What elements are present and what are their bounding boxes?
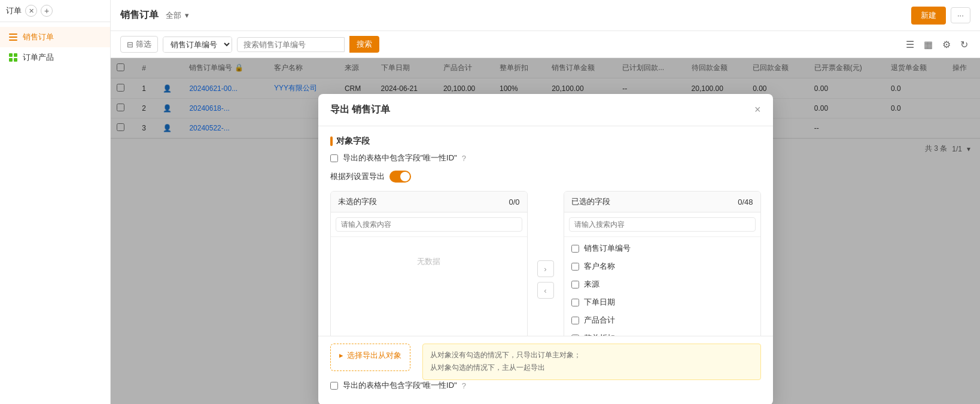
modal-body: 对象字段 导出的表格中包含字段"唯一性ID" ? 根据列设置导出 bbox=[318, 126, 773, 336]
sidebar-close-button[interactable]: ✕ bbox=[25, 5, 37, 17]
section-target-fields: 对象字段 bbox=[330, 136, 761, 147]
filter-field-select[interactable]: 销售订单编号 bbox=[163, 37, 232, 53]
unique-id-checkbox-bottom[interactable] bbox=[330, 382, 338, 390]
bottom-section: ▸ 选择导出从对象 从对象没有勾选的情况下，只导出订单主对象； 从对象勾选的情况… bbox=[318, 336, 773, 404]
modal-close-button[interactable]: × bbox=[754, 104, 761, 116]
list-icon bbox=[8, 32, 18, 42]
modal-header: 导出 销售订单 × bbox=[318, 94, 773, 126]
svg-rect-4 bbox=[14, 53, 17, 57]
search-button[interactable]: 搜索 bbox=[349, 36, 379, 53]
svg-rect-0 bbox=[9, 34, 17, 35]
list-item[interactable]: 下单日期 bbox=[564, 293, 760, 311]
transfer-right-button[interactable]: › bbox=[537, 260, 554, 277]
field-label: 产品合计 bbox=[584, 315, 615, 326]
list-view-button[interactable]: ☰ bbox=[903, 37, 917, 53]
sidebar-title: 订单 bbox=[6, 5, 22, 16]
new-button[interactable]: 新建 bbox=[911, 7, 946, 25]
list-item[interactable]: 整单折扣 bbox=[564, 329, 760, 336]
export-from-row: ▸ 选择导出从对象 从对象没有勾选的情况下，只导出订单主对象； 从对象勾选的情况… bbox=[330, 344, 761, 380]
help-icon-bottom: ? bbox=[462, 381, 466, 390]
selected-search-input[interactable] bbox=[569, 217, 756, 232]
column-export-toggle[interactable] bbox=[389, 171, 411, 183]
toolbar-view-controls: ☰ ▦ ⚙ ↻ bbox=[903, 37, 970, 53]
transfer-left-button[interactable]: ‹ bbox=[537, 282, 554, 299]
export-hint: 从对象没有勾选的情况下，只导出订单主对象； 从对象勾选的情况下，主从一起导出 bbox=[422, 344, 761, 380]
unselected-count: 0/0 bbox=[509, 198, 519, 206]
sidebar-nav: 销售订单 订单产品 bbox=[0, 22, 110, 72]
filter-label: 筛选 bbox=[136, 39, 151, 50]
unique-id-label: 导出的表格中包含字段"唯一性ID" bbox=[343, 153, 457, 163]
fields-transfer: 未选的字段 0/0 无数据 › ‹ bbox=[330, 191, 761, 336]
sidebar: 订单 ✕ + 销售订单 订单产品 bbox=[0, 0, 111, 404]
field-checkbox[interactable] bbox=[571, 317, 579, 324]
help-icon: ? bbox=[462, 154, 466, 163]
field-checkbox[interactable] bbox=[571, 245, 579, 253]
grid-icon bbox=[8, 53, 18, 62]
topbar-actions: 新建 ··· bbox=[911, 7, 970, 25]
unique-id-bottom-label: 导出的表格中包含字段"唯一性ID" bbox=[343, 380, 457, 391]
export-from-label: 选择导出从对象 bbox=[347, 350, 401, 361]
sidebar-header: 订单 ✕ + bbox=[0, 0, 110, 22]
unselected-search-input[interactable] bbox=[336, 217, 522, 232]
svg-rect-5 bbox=[9, 58, 13, 62]
list-item[interactable]: 客户名称 bbox=[564, 257, 760, 275]
selected-fields-col: 已选的字段 0/48 销售订单编号 bbox=[564, 191, 761, 336]
hint-line1: 从对象没有勾选的情况下，只导出订单主对象； bbox=[430, 349, 753, 362]
chevron-down-icon: ▾ bbox=[185, 11, 189, 20]
topbar-filter-dropdown[interactable]: 全部 ▾ bbox=[166, 10, 189, 21]
section-bar bbox=[330, 136, 333, 146]
list-item[interactable]: 产品合计 bbox=[564, 311, 760, 329]
field-checkbox[interactable] bbox=[571, 263, 579, 271]
svg-rect-3 bbox=[9, 53, 13, 57]
toolbar: ⊟ 筛选 销售订单编号 搜索 ☰ ▦ ⚙ ↻ bbox=[111, 31, 980, 58]
svg-rect-1 bbox=[9, 37, 17, 38]
list-item[interactable]: 销售订单编号 bbox=[564, 239, 760, 257]
sidebar-item-order-products[interactable]: 订单产品 bbox=[0, 47, 110, 68]
field-checkbox[interactable] bbox=[571, 281, 579, 288]
settings-button[interactable]: ⚙ bbox=[940, 37, 953, 53]
topbar: 销售订单 全部 ▾ 新建 ··· bbox=[111, 0, 980, 31]
table-wrapper: # 销售订单编号 🔒 客户名称 来源 下单日期 产品合计 整单折扣 销售订单金额… bbox=[111, 58, 980, 404]
chevron-right-icon: ▸ bbox=[339, 351, 343, 360]
topbar-title: 销售订单 bbox=[120, 9, 159, 22]
filter-button[interactable]: ⊟ 筛选 bbox=[120, 36, 158, 53]
grid-view-button[interactable]: ▦ bbox=[921, 37, 935, 53]
search-input[interactable] bbox=[237, 37, 345, 52]
refresh-button[interactable]: ↻ bbox=[958, 37, 970, 53]
unselected-header: 未选的字段 0/0 bbox=[331, 192, 527, 212]
export-modal: 导出 销售订单 × 对象字段 导出的表格中包含字段"唯一性ID" bbox=[318, 94, 773, 404]
unselected-search-wrapper bbox=[331, 212, 527, 237]
field-label: 来源 bbox=[584, 279, 599, 290]
sidebar-item-order-products-label: 订单产品 bbox=[23, 52, 54, 63]
selected-title: 已选的字段 bbox=[571, 196, 610, 207]
selected-count: 0/48 bbox=[738, 198, 753, 206]
filter-field-dropdown[interactable]: 销售订单编号 bbox=[163, 37, 232, 52]
modal-overlay: 导出 销售订单 × 对象字段 导出的表格中包含字段"唯一性ID" bbox=[111, 58, 980, 404]
unique-id-checkbox-row: 导出的表格中包含字段"唯一性ID" ? bbox=[330, 153, 761, 163]
field-label: 客户名称 bbox=[584, 261, 615, 272]
selected-search-wrapper bbox=[564, 212, 760, 237]
transfer-buttons: › ‹ bbox=[535, 191, 556, 336]
topbar-filter-label: 全部 bbox=[166, 10, 181, 21]
sidebar-item-sales-order[interactable]: 销售订单 bbox=[0, 27, 110, 47]
field-label: 下单日期 bbox=[584, 297, 615, 308]
unselected-fields-col: 未选的字段 0/0 无数据 bbox=[330, 191, 528, 336]
main-content: 销售订单 全部 ▾ 新建 ··· ⊟ 筛选 销售订单编号 搜索 bbox=[111, 0, 980, 404]
unique-id-checkbox[interactable] bbox=[330, 154, 338, 162]
sidebar-item-sales-order-label: 销售订单 bbox=[23, 32, 54, 42]
selected-fields-list: 销售订单编号 客户名称 来源 bbox=[564, 237, 760, 336]
export-from-header[interactable]: ▸ 选择导出从对象 bbox=[339, 350, 401, 361]
field-checkbox[interactable] bbox=[571, 299, 579, 306]
modal-title: 导出 销售订单 bbox=[330, 104, 754, 116]
unselected-title: 未选的字段 bbox=[338, 196, 377, 207]
hint-line2: 从对象勾选的情况下，主从一起导出 bbox=[430, 362, 753, 375]
toggle-label: 根据列设置导出 bbox=[330, 171, 385, 182]
selected-header: 已选的字段 0/48 bbox=[564, 192, 760, 212]
list-item[interactable]: 来源 bbox=[564, 275, 760, 293]
field-label: 销售订单编号 bbox=[584, 243, 631, 254]
more-button[interactable]: ··· bbox=[951, 7, 970, 23]
svg-rect-2 bbox=[9, 40, 17, 41]
sidebar-add-button[interactable]: + bbox=[41, 5, 53, 17]
section-target-label: 对象字段 bbox=[336, 136, 370, 147]
export-from-box: ▸ 选择导出从对象 bbox=[330, 344, 410, 371]
